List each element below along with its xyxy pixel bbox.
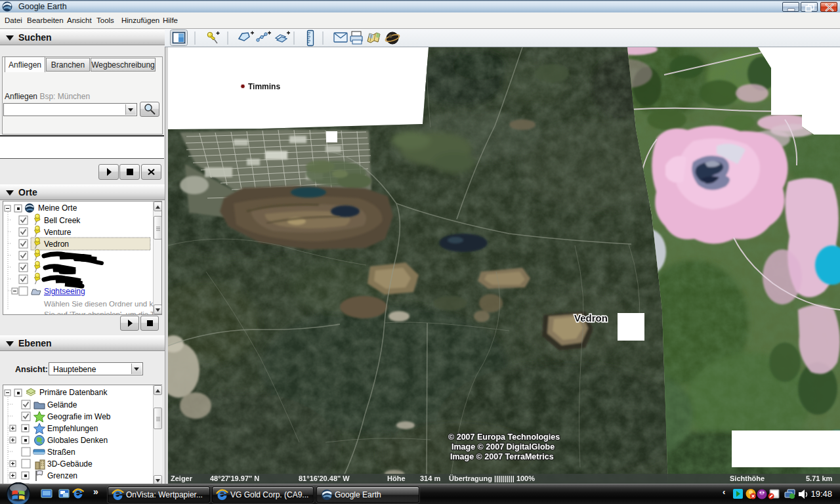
- svg-text:5.71 km: 5.71 km: [806, 474, 833, 482]
- svg-text:Globales Denken: Globales Denken: [47, 436, 108, 445]
- svg-text:Zeiger: Zeiger: [171, 474, 193, 482]
- svg-text:Straßen: Straßen: [47, 448, 75, 457]
- svg-text:Bell Creek: Bell Creek: [44, 216, 81, 225]
- svg-text:Venture: Venture: [44, 228, 72, 237]
- svg-text:Meine Orte: Meine Orte: [38, 203, 77, 213]
- svg-text:Grenzen: Grenzen: [47, 471, 77, 480]
- svg-text:Geografie im Web: Geografie im Web: [47, 412, 111, 421]
- svg-text:Image © 2007 TerraMetrics: Image © 2007 TerraMetrics: [450, 452, 554, 461]
- svg-text:© 2007 Europa Technologies: © 2007 Europa Technologies: [448, 432, 560, 442]
- svg-text:Primäre Datenbank: Primäre Datenbank: [39, 388, 108, 397]
- svg-text:Empfehlungen: Empfehlungen: [47, 424, 98, 433]
- svg-text:Image © 2007 DigitalGlobe: Image © 2007 DigitalGlobe: [452, 442, 555, 452]
- svg-text:81°16'20.48" W: 81°16'20.48" W: [299, 474, 350, 482]
- svg-text:48°27'19.97" N: 48°27'19.97" N: [210, 474, 259, 482]
- svg-text:Gelände: Gelände: [47, 400, 77, 410]
- svg-text:Vedron: Vedron: [574, 312, 608, 324]
- svg-text:Höhe: Höhe: [387, 474, 406, 482]
- svg-text:3D-Gebäude: 3D-Gebäude: [47, 459, 93, 469]
- svg-text:Vedron: Vedron: [44, 240, 69, 249]
- svg-text:Sie auf 'Tour abspielen', um d: Sie auf 'Tour abspielen', um die To: [44, 310, 153, 314]
- svg-text:Timmins: Timmins: [248, 82, 280, 91]
- svg-text:314 m: 314 m: [420, 474, 440, 482]
- svg-text:Übertragung |||||||||| 100%: Übertragung |||||||||| 100%: [449, 474, 535, 482]
- svg-text:Sightseeing: Sightseeing: [44, 287, 85, 296]
- svg-text:Sichthöhe: Sichthöhe: [730, 474, 765, 482]
- svg-text:Wählen Sie diesen Ordner und k: Wählen Sie diesen Ordner und klic: [44, 300, 153, 308]
